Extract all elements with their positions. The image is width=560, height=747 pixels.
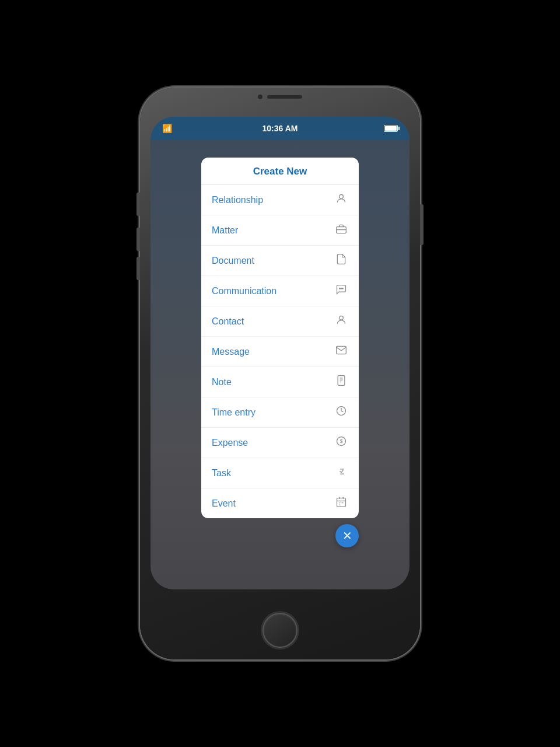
note-icon (334, 375, 348, 389)
menu-item-label-relationship: Relationship (212, 195, 263, 205)
close-button[interactable]: ✕ (335, 524, 359, 547)
battery-fill (385, 126, 397, 131)
menu-item[interactable]: Message (201, 337, 359, 367)
screen-content: Create New Relationship Matter (150, 140, 410, 589)
phone-top-bar (258, 95, 302, 99)
modal-wrapper: Create New Relationship Matter (201, 158, 359, 518)
menu-item[interactable]: Document (201, 246, 359, 276)
menu-item[interactable]: Contact (201, 306, 359, 337)
chat-icon (334, 284, 348, 298)
create-new-modal: Create New Relationship Matter (201, 158, 359, 518)
speaker-bar (267, 95, 302, 99)
battery-icon (384, 125, 398, 132)
svg-rect-19 (337, 498, 346, 507)
menu-item-label-task: Task (212, 468, 231, 479)
status-left: 📶 (162, 124, 172, 133)
menu-item[interactable]: Task (201, 458, 359, 488)
status-right (384, 125, 398, 132)
svg-point-0 (340, 194, 344, 198)
menu-item[interactable]: Note (201, 367, 359, 397)
menu-item[interactable]: Matter (201, 215, 359, 246)
camera-dot (258, 95, 262, 99)
menu-item-label-time-entry: Time entry (212, 407, 256, 418)
menu-item[interactable]: Event (201, 488, 359, 518)
clock-icon (334, 405, 348, 420)
svg-text:$: $ (340, 438, 342, 444)
message-icon (334, 344, 348, 359)
menu-item-label-message: Message (212, 347, 250, 357)
menu-item-label-contact: Contact (212, 316, 244, 327)
phone-device: 📶 10:36 AM Create New Relationship (140, 88, 420, 659)
status-bar: 📶 10:36 AM (150, 117, 410, 140)
home-button[interactable] (262, 613, 298, 648)
task-icon (334, 466, 348, 480)
menu-item[interactable]: Expense $ (201, 428, 359, 458)
menu-item-label-expense: Expense (212, 438, 248, 448)
svg-rect-7 (338, 376, 345, 386)
svg-point-3 (340, 288, 341, 289)
menu-item-label-document: Document (212, 256, 254, 266)
calendar-icon (334, 496, 348, 511)
wifi-icon: 📶 (162, 124, 172, 133)
svg-point-4 (341, 288, 342, 289)
svg-point-6 (340, 316, 344, 320)
menu-item-label-communication: Communication (212, 286, 276, 296)
dollar-icon: $ (334, 435, 348, 450)
contact-icon (334, 314, 348, 329)
modal-overlay: Create New Relationship Matter (150, 140, 410, 589)
menu-item[interactable]: Relationship (201, 185, 359, 215)
svg-point-5 (342, 288, 344, 289)
menu-item-label-matter: Matter (212, 225, 238, 236)
briefcase-icon (334, 223, 348, 238)
modal-title: Create New (201, 158, 359, 185)
person-icon (334, 193, 348, 207)
menu-item-label-note: Note (212, 377, 232, 388)
menu-item-label-event: Event (212, 498, 236, 509)
close-icon: ✕ (342, 530, 352, 542)
status-time: 10:36 AM (262, 124, 298, 133)
menu-item[interactable]: Time entry (201, 397, 359, 428)
document-icon (334, 253, 348, 268)
menu-item[interactable]: Communication (201, 276, 359, 306)
phone-screen: 📶 10:36 AM Create New Relationship (150, 117, 410, 589)
